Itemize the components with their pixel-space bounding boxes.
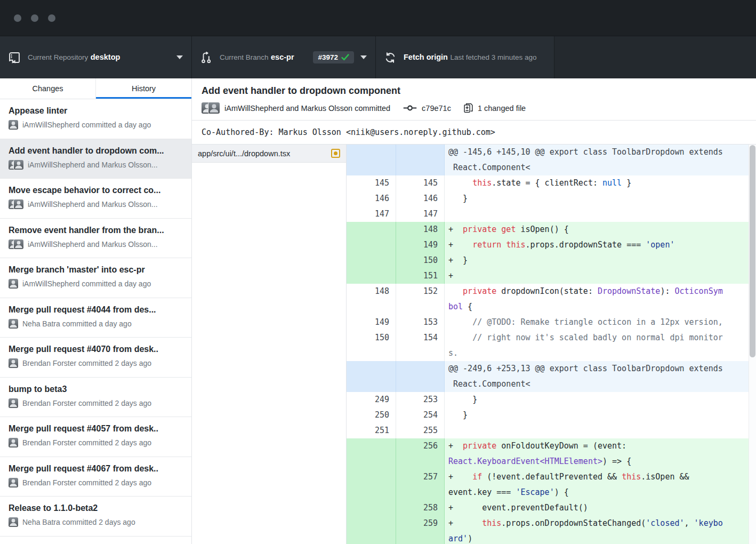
new-line-number: 149: [396, 237, 445, 253]
commit-item-byline-text: iAmWillShepherd committed a day ago: [22, 279, 151, 288]
old-line-number: [347, 253, 396, 268]
old-line-number: [347, 237, 396, 253]
commit-item-byline: iAmWillShepherd committed a day ago: [9, 120, 183, 130]
current-branch-button[interactable]: Current Branch esc-pr #3972: [192, 36, 376, 78]
old-line-number: [347, 438, 396, 469]
commit-item-byline-text: iAmWillShepherd and Markus Olsson...: [28, 240, 158, 249]
code-line: + return this.props.dropdownState === 'o…: [445, 237, 749, 253]
file-item[interactable]: app/src/ui/t.../dropdown.tsx: [192, 145, 346, 163]
commit-list-item[interactable]: Release to 1.1.0-beta2Neha Batra committ…: [0, 497, 191, 537]
code-line: @@ -249,6 +253,13 @@ export class Toolba…: [445, 361, 749, 392]
commit-list-item[interactable]: Remove event handler from the bran...iAm…: [0, 219, 191, 259]
commit-item-byline: Brendan Forster committed 2 days ago: [9, 478, 183, 487]
fetch-origin-button[interactable]: Fetch origin Last fetched 3 minutes ago: [376, 36, 554, 78]
commit-list-item[interactable]: Add event handler to dropdown com...iAmW…: [0, 139, 191, 179]
committer-avatars: [9, 398, 18, 408]
old-line-number: 251: [347, 423, 396, 438]
new-line-number: 146: [396, 191, 445, 206]
commit-item-byline: Neha Batra committed a day ago: [9, 319, 183, 329]
old-line-number: [347, 268, 396, 284]
new-line-number: 151: [396, 268, 445, 284]
new-line-number: 153: [396, 315, 445, 330]
code-line: }: [445, 191, 749, 206]
old-line-number: [347, 469, 396, 500]
commit-list-item[interactable]: Merge pull request #4057 from desk..Bren…: [0, 417, 191, 457]
repository-name: desktop: [91, 53, 120, 61]
commit-list-item[interactable]: Merge pull request #4070 from desk..Bren…: [0, 338, 191, 378]
avatar: [9, 279, 18, 289]
old-line-number: 250: [347, 407, 396, 423]
new-line-number: 258: [396, 500, 445, 516]
committer-avatars: [202, 102, 220, 114]
diff-row: 259+ this.props.onDropdownStateChanged('…: [347, 516, 749, 544]
commit-list-item[interactable]: Appease linteriAmWillShepherd committed …: [0, 99, 191, 139]
commit-list-item[interactable]: Merge pull request #4044 from des...Neha…: [0, 298, 191, 338]
commit-item-title: Merge pull request #4057 from desk..: [9, 424, 183, 434]
commit-item-byline: Brendan Forster committed 2 days ago: [9, 438, 183, 447]
tab-history[interactable]: History: [95, 78, 191, 99]
commit-list-item[interactable]: Move escape behavior to correct co...iAm…: [0, 179, 191, 219]
committer-avatars: [9, 358, 18, 368]
diff-row: 149+ return this.props.dropdownState ===…: [347, 237, 749, 253]
diff-row: 257+ if (!event.defaultPrevented && this…: [347, 469, 749, 500]
new-line-number: 256: [396, 438, 445, 469]
commit-item-title: Merge pull request #4067 from desk..: [9, 464, 183, 474]
pr-number: #3972: [318, 53, 338, 61]
check-icon: [341, 54, 349, 61]
minimize-button[interactable]: [31, 14, 38, 22]
diff-hunk-header: @@ -249,6 +253,13 @@ export class Toolba…: [347, 361, 749, 392]
commit-list-item[interactable]: Merge branch 'master' into esc-priAmWill…: [0, 258, 191, 298]
new-line-number: [396, 145, 445, 175]
chevron-down-icon: [360, 55, 367, 59]
pr-status-badge: #3972: [313, 51, 354, 63]
commit-list-item[interactable]: Merge pull request #4067 from desk..Bren…: [0, 457, 191, 497]
old-line-number: [347, 361, 396, 392]
close-button[interactable]: [14, 14, 21, 22]
diff-row: 147147: [347, 206, 749, 222]
changed-files-count: 1 changed file: [478, 104, 526, 113]
diff-row: 150+ }: [347, 253, 749, 268]
commit-item-title: Release to 1.1.0-beta2: [9, 503, 183, 513]
code-line: + private onFoldoutKeyDown = (event: Rea…: [445, 438, 749, 469]
diff-row: 251255: [347, 423, 749, 438]
tab-changes[interactable]: Changes: [0, 78, 95, 99]
titlebar: [0, 0, 756, 36]
scrollbar-thumb[interactable]: [750, 145, 755, 357]
current-repository-button[interactable]: Current Repository desktop: [0, 36, 192, 78]
diff-scrollbar[interactable]: [749, 145, 756, 544]
new-line-number: 148: [396, 222, 445, 237]
commit-item-title: bump to beta3: [9, 385, 183, 394]
new-line-number: 255: [396, 423, 445, 438]
commit-item-byline: Brendan Forster committed 2 days ago: [9, 358, 183, 368]
commit-list-item[interactable]: bump to beta3Brendan Forster committed 2…: [0, 378, 191, 418]
commit-list-item[interactable]: Merge pull request #4054 from d...: [0, 537, 191, 544]
branch-name: esc-pr: [271, 53, 294, 61]
file-path: app/src/ui/t.../dropdown.tsx: [198, 149, 327, 158]
old-line-number: [347, 500, 396, 516]
toolbar: Current Repository desktop Current Branc…: [0, 36, 756, 78]
commit-list: Appease linteriAmWillShepherd committed …: [0, 99, 191, 544]
commit-item-byline-text: Brendan Forster committed 2 days ago: [22, 438, 151, 447]
commit-sha: c79e71c: [422, 104, 451, 113]
old-line-number: 149: [347, 315, 396, 330]
modified-status-icon: [331, 149, 340, 158]
old-line-number: 150: [347, 330, 396, 361]
committer-avatars: [9, 160, 23, 170]
diff-hunk-header: @@ -145,6 +145,10 @@ export class Toolba…: [347, 145, 749, 175]
old-line-number: 147: [347, 206, 396, 222]
code-line: [445, 423, 749, 438]
code-line: private dropdownIcon(state: DropdownStat…: [445, 284, 749, 315]
maximize-button[interactable]: [48, 14, 55, 22]
new-line-number: 254: [396, 407, 445, 423]
commit-item-byline: iAmWillShepherd committed a day ago: [9, 279, 183, 289]
commit-item-byline-text: Neha Batra committed a day ago: [22, 319, 132, 328]
old-line-number: 145: [347, 175, 396, 191]
commit-summary: Add event handler to dropdown component …: [192, 78, 756, 120]
old-line-number: 148: [347, 284, 396, 315]
code-line: + if (!event.defaultPrevented && this.is…: [445, 469, 749, 500]
diff-row: 146146 }: [347, 191, 749, 206]
diff-row: 258+ event.preventDefault(): [347, 500, 749, 516]
new-line-number: 147: [396, 206, 445, 222]
avatar: [14, 160, 23, 170]
avatar: [9, 398, 18, 408]
